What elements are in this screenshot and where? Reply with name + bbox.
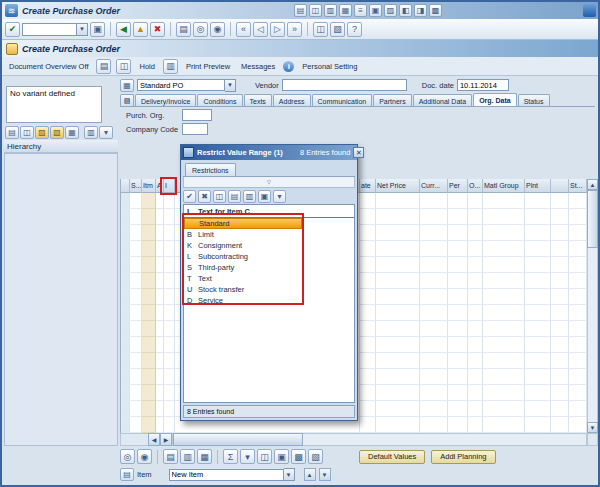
vendor-input[interactable] (282, 79, 407, 91)
grid-cell[interactable] (156, 385, 164, 401)
grid-cell[interactable] (448, 193, 468, 209)
grid-cell[interactable] (468, 241, 483, 257)
grid-cell[interactable] (525, 369, 551, 385)
grid-cell[interactable] (420, 369, 448, 385)
grid-cell[interactable] (525, 273, 551, 289)
grid-cell[interactable] (468, 369, 483, 385)
grid-cell[interactable] (156, 289, 164, 305)
popup-close-icon[interactable]: ✕ (353, 147, 364, 158)
grid-cell[interactable] (468, 353, 483, 369)
previous-item-icon[interactable]: ▲ (304, 468, 316, 481)
next-item-icon[interactable]: ▼ (319, 468, 331, 481)
save-icon[interactable]: ▣ (90, 22, 105, 37)
enter-icon[interactable]: ✔ (5, 22, 20, 37)
grid-cell[interactable] (468, 401, 483, 417)
grid-cell[interactable] (448, 305, 468, 321)
grid-cell[interactable] (525, 257, 551, 273)
grid-cell[interactable] (376, 369, 420, 385)
grid-cell[interactable] (164, 385, 175, 401)
item-number-cell[interactable] (142, 337, 156, 353)
grid-cell[interactable] (468, 385, 483, 401)
print-item-icon[interactable]: ▤ (163, 449, 178, 464)
horizontal-scroll-thumb[interactable] (173, 433, 303, 446)
previous-page-icon[interactable]: ◁ (253, 22, 268, 37)
gui-option-icon[interactable]: ≡ (354, 4, 367, 17)
row-selector-cell[interactable] (121, 401, 130, 417)
grid-cell[interactable] (483, 209, 525, 225)
gui-option-icon[interactable]: ◫ (309, 4, 322, 17)
row-selector-cell[interactable] (121, 353, 130, 369)
company-code-input[interactable] (182, 123, 208, 135)
row-selector-cell[interactable] (121, 289, 130, 305)
row-selector-cell[interactable] (121, 417, 130, 433)
close-list-icon[interactable]: ✖ (198, 190, 211, 203)
item-number-cell[interactable] (142, 257, 156, 273)
insert-row-icon[interactable]: ◫ (257, 449, 272, 464)
restrictions-collapse-handle[interactable]: ▽ (183, 177, 355, 188)
grid-cell[interactable] (483, 289, 525, 305)
lock-item-icon[interactable]: ▩ (291, 449, 306, 464)
sum-icon[interactable]: Σ (223, 449, 238, 464)
column-header-o[interactable]: O... (468, 179, 483, 193)
grid-cell[interactable] (376, 193, 420, 209)
grid-cell[interactable] (448, 337, 468, 353)
grid-cell[interactable] (360, 225, 376, 241)
grid-cell[interactable] (420, 385, 448, 401)
grid-cell[interactable] (525, 321, 551, 337)
item-number-cell[interactable] (142, 305, 156, 321)
purch-org-input[interactable] (182, 109, 212, 121)
grid-cell[interactable] (130, 241, 142, 257)
scroll-right-icon[interactable]: ▶ (160, 433, 172, 446)
row-selector-cell[interactable] (121, 209, 130, 225)
grid-cell[interactable] (551, 353, 569, 369)
item-number-cell[interactable] (142, 241, 156, 257)
value-help-entry[interactable]: Standard (184, 218, 302, 229)
gui-option-icon[interactable]: ▦ (339, 4, 352, 17)
grid-cell[interactable] (448, 273, 468, 289)
grid-cell[interactable] (420, 401, 448, 417)
item-number-cell[interactable] (142, 209, 156, 225)
grid-cell[interactable] (448, 241, 468, 257)
grid-cell[interactable] (448, 353, 468, 369)
item-number-cell[interactable] (142, 401, 156, 417)
grid-cell[interactable] (156, 417, 164, 433)
grid-cell[interactable] (376, 385, 420, 401)
doc-date-input[interactable] (457, 79, 509, 91)
grid-cell[interactable] (525, 417, 551, 433)
grid-cell[interactable] (551, 385, 569, 401)
grid-cell[interactable] (130, 225, 142, 241)
gui-option-icon[interactable]: ◨ (414, 4, 427, 17)
value-help-entry[interactable]: S Third-party (184, 262, 302, 273)
item-number-cell[interactable] (142, 289, 156, 305)
grid-cell[interactable] (156, 241, 164, 257)
grid-cell[interactable] (130, 353, 142, 369)
default-values-button[interactable]: Default Values (359, 450, 425, 464)
grid-cell[interactable] (525, 209, 551, 225)
vertical-scroll-thumb[interactable] (587, 190, 598, 248)
grid-cell[interactable] (376, 321, 420, 337)
grid-cell[interactable] (551, 193, 569, 209)
grid-cell[interactable] (360, 385, 376, 401)
grid-cell[interactable] (376, 417, 420, 433)
grid-cell[interactable] (483, 353, 525, 369)
grid-cell[interactable] (130, 257, 142, 273)
item-number-cell[interactable] (142, 225, 156, 241)
grid-cell[interactable] (569, 305, 587, 321)
gui-option-icon[interactable]: ▨ (384, 4, 397, 17)
grid-cell[interactable] (164, 305, 175, 321)
grid-cell[interactable] (420, 417, 448, 433)
grid-cell[interactable] (448, 257, 468, 273)
grid-cell[interactable] (376, 241, 420, 257)
grid-cell[interactable] (376, 273, 420, 289)
grid-cell[interactable] (551, 209, 569, 225)
grid-cell[interactable] (525, 401, 551, 417)
grid-cell[interactable] (569, 209, 587, 225)
row-selector-cell[interactable] (121, 273, 130, 289)
grid-cell[interactable] (376, 401, 420, 417)
grid-cell[interactable] (376, 257, 420, 273)
grid-cell[interactable] (569, 385, 587, 401)
item-detail-icon[interactable]: ▤ (120, 468, 134, 481)
column-header-s[interactable]: S... (130, 179, 142, 193)
display-variant-icon[interactable]: ◫ (20, 126, 34, 139)
grid-cell[interactable] (420, 353, 448, 369)
